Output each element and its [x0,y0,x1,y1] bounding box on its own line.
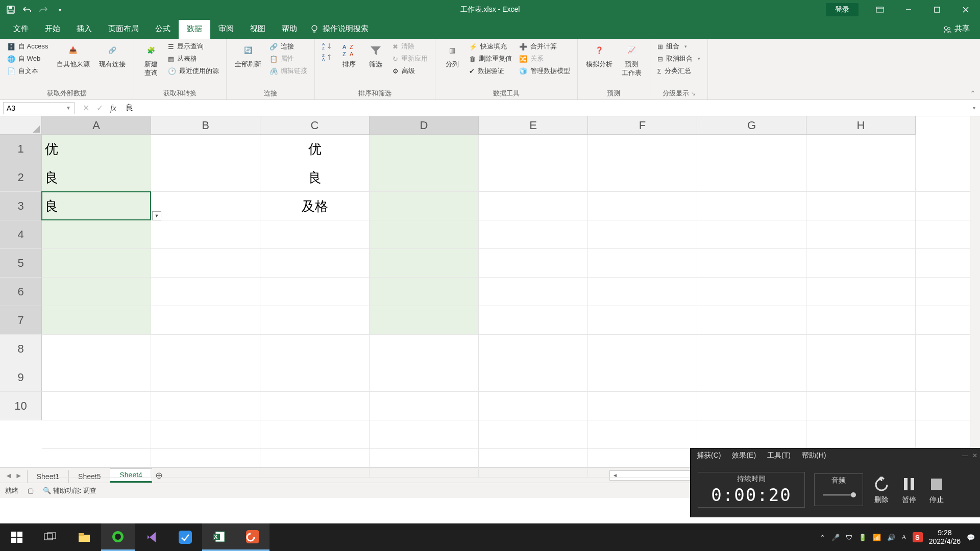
cell[interactable] [588,420,697,449]
cell[interactable] [697,249,806,278]
tray-mic-icon[interactable]: 🎤 [831,534,840,541]
cell[interactable] [588,363,697,392]
taskbar-vs-icon[interactable] [135,523,168,551]
cell[interactable] [260,420,370,449]
row-header-8[interactable]: 8 [0,335,42,363]
column-header-A[interactable]: A [42,116,151,135]
cell[interactable] [806,363,916,392]
cell[interactable] [42,449,151,478]
edit-links-button[interactable]: 🖇️编辑链接 [267,65,309,77]
tab-review[interactable]: 审阅 [210,20,242,39]
sort-button[interactable]: AZZA排序 [337,41,361,70]
ungroup-button[interactable]: ⊟取消组合▾ [655,53,702,64]
ribbon-display-icon[interactable] [866,0,894,19]
tab-insert[interactable]: 插入 [68,20,100,39]
subtotal-button[interactable]: Σ分类汇总 [655,65,702,77]
cell[interactable] [370,163,479,192]
cell-value[interactable]: 良 [42,192,151,220]
save-icon[interactable] [6,5,15,14]
recorder-delete-button[interactable]: 删除 [872,475,891,505]
existing-connections-button[interactable]: 🔗现有连接 [96,41,129,70]
cell[interactable] [588,220,697,249]
flash-fill-button[interactable]: ⚡快速填充 [467,41,514,52]
expand-formula-bar-icon[interactable]: ▾ [968,105,980,111]
column-header-G[interactable]: G [697,116,806,135]
cell[interactable] [479,392,588,420]
cell[interactable] [151,192,260,220]
tray-security-icon[interactable]: 🛡 [846,534,852,541]
cell[interactable] [370,306,479,335]
cell[interactable] [151,420,260,449]
tray-volume-icon[interactable]: 🔊 [887,534,895,541]
cell[interactable] [588,278,697,306]
cell-value[interactable]: 及格 [260,192,370,220]
row-header-3[interactable]: 3 [0,192,42,220]
taskbar-explorer-icon[interactable] [67,523,101,551]
cell[interactable] [697,335,806,363]
taskbar-edge-icon[interactable] [101,523,135,551]
tray-ime-sogou-icon[interactable]: S [913,532,923,542]
cell[interactable] [260,220,370,249]
minimize-icon[interactable] [894,0,923,19]
qat-customize-icon[interactable]: ▾ [55,5,64,14]
vertical-scrollbar[interactable] [970,116,980,467]
taskbar-excel-icon[interactable]: X [202,523,236,551]
tab-formula[interactable]: 公式 [147,20,179,39]
properties-button[interactable]: 📋属性 [267,53,309,64]
cell[interactable] [697,420,806,449]
enter-formula-icon[interactable]: ✓ [96,103,103,113]
tray-notifications-icon[interactable]: 💬 [967,534,975,541]
recorder-pause-button[interactable]: 暂停 [900,475,918,505]
cell[interactable] [151,220,260,249]
recorder-minimize-icon[interactable]: — [962,452,968,459]
row-header-4[interactable]: 4 [0,220,42,249]
row-header-5[interactable]: 5 [0,249,42,278]
tell-me-search[interactable]: 操作说明搜索 [305,24,374,39]
recorder-menu-tool[interactable]: 工具(T) [767,451,791,460]
tray-overflow-icon[interactable]: ⌃ [820,534,825,541]
recorder-menu-help[interactable]: 帮助(H) [802,451,826,460]
cell[interactable] [151,135,260,163]
recent-sources-button[interactable]: 🕑最近使用的源 [166,65,221,77]
cell-value[interactable]: 优 [42,135,151,163]
row-header-9[interactable]: 9 [0,363,42,392]
cell[interactable] [697,392,806,420]
name-box-dropdown-icon[interactable]: ▼ [66,105,71,111]
login-button[interactable]: 登录 [826,3,859,16]
sort-za-button[interactable]: ZA [320,52,334,62]
cell[interactable] [479,363,588,392]
from-other-button[interactable]: 📥自其他来源 [54,41,93,70]
cell[interactable] [260,306,370,335]
cell[interactable] [260,335,370,363]
cell[interactable] [260,392,370,420]
cell[interactable] [151,449,260,478]
tab-data[interactable]: 数据 [179,20,210,39]
recorder-close-icon[interactable]: ✕ [972,452,977,459]
forecast-sheet-button[interactable]: 📈预测 工作表 [619,41,645,79]
worksheet-grid[interactable]: ABCDEFGH 12345678910 优良良优良及格▼ [0,116,980,467]
select-all-triangle[interactable] [0,116,42,135]
cell[interactable] [370,278,479,306]
share-button[interactable]: 共享 [933,24,980,39]
consolidate-button[interactable]: ➕合并计算 [517,41,572,52]
cell[interactable] [806,306,916,335]
data-validation-dropdown-icon[interactable]: ▼ [152,211,161,220]
cell[interactable] [479,306,588,335]
cell[interactable] [370,192,479,220]
column-header-D[interactable]: D [370,116,479,135]
cell[interactable] [479,278,588,306]
macro-record-icon[interactable]: ▢ [28,487,34,494]
refresh-all-button[interactable]: 🔄全部刷新 [232,41,264,70]
name-box[interactable]: A3 ▼ [3,102,75,114]
column-header-H[interactable]: H [806,116,916,135]
from-text-button[interactable]: 📄自文本 [5,65,51,77]
cell[interactable] [370,420,479,449]
cell[interactable] [806,220,916,249]
tab-view[interactable]: 视图 [242,20,274,39]
tab-layout[interactable]: 页面布局 [100,20,147,39]
cell[interactable] [42,335,151,363]
connections-button[interactable]: 🔗连接 [267,41,309,52]
cell[interactable] [806,278,916,306]
cell[interactable] [479,163,588,192]
cell[interactable] [479,420,588,449]
